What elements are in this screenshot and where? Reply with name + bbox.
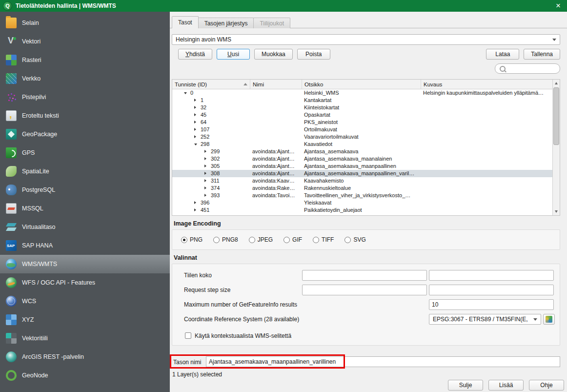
delete-button[interactable]: Poista — [297, 49, 330, 60]
feature-limit-input[interactable]: 10 — [429, 299, 554, 310]
vertical-scrollbar[interactable] — [552, 80, 560, 215]
radio-option-png[interactable]: PNG — [181, 236, 202, 243]
sidebar-item-eroteltu-teksti[interactable]: Eroteltu teksti — [0, 106, 170, 125]
expand-icon[interactable] — [194, 208, 196, 211]
step-height-input[interactable] — [429, 285, 554, 295]
layer-row-0[interactable]: 0Helsinki_WMSHelsingin kaupunkimittauspa… — [172, 89, 552, 97]
radio-option-svg[interactable]: SVG — [344, 236, 365, 243]
close-window-icon[interactable]: × — [549, 0, 567, 12]
layer-id-text: 107 — [201, 126, 209, 133]
column-header-otsikko[interactable]: Otsikko — [302, 80, 421, 89]
table-header: Tunniste (ID)NimiOtsikkoKuvaus — [172, 80, 560, 89]
crs-picker-button[interactable] — [543, 314, 555, 325]
radio-option-label: GIF — [292, 236, 302, 243]
collapse-icon[interactable] — [184, 92, 187, 94]
sidebar-item-sap-hana[interactable]: SAP HANA — [0, 236, 170, 255]
sidebar-item-vektoritiili[interactable]: Vektoritiili — [0, 329, 170, 348]
sidebar-item-gps[interactable]: GPS — [0, 144, 170, 162]
sidebar-item-geopackage[interactable]: GeoPackage — [0, 125, 170, 144]
help-button[interactable]: Ohje — [529, 380, 564, 391]
sidebar-item-postgresql[interactable]: PostgreSQL — [0, 181, 170, 199]
collapse-icon[interactable] — [194, 144, 197, 145]
layer-row-302[interactable]: 302avoindata:Ajant…Ajantasa_asemakaava_m… — [172, 155, 552, 163]
layer-row-45[interactable]: 45Opaskartat — [172, 111, 552, 119]
sidebar-item-wfs-ogc-api-features[interactable]: WFS / OGC API - Features — [0, 273, 170, 292]
layer-row-393[interactable]: 393avoindata:Tavoi…Tavoitteellinen_viher… — [172, 192, 552, 199]
tab-tasot[interactable]: Tasot — [172, 16, 199, 28]
tile-height-input[interactable] — [429, 270, 554, 281]
sidebar-item-mssql[interactable]: MSSQL — [0, 199, 170, 218]
layer-row-32[interactable]: 32Kiinteistokartat — [172, 104, 552, 111]
column-header-nimi[interactable]: Nimi — [250, 80, 302, 89]
layer-row-374[interactable]: 374avoindata:Rake…Rakennuskieltoalue — [172, 185, 552, 192]
column-header-kuvaus[interactable]: Kuvaus — [421, 80, 552, 89]
connect-button[interactable]: Yhdistä — [178, 49, 212, 60]
cell-id: 374 — [172, 185, 250, 192]
title-bar[interactable]: Tietolähteiden hallinta | WMS/WMTS × — [0, 0, 567, 12]
expand-icon[interactable] — [204, 179, 206, 182]
gpkg-icon — [6, 129, 17, 140]
sidebar-item-rasteri[interactable]: Rasteri — [0, 51, 170, 69]
sidebar-item-spatialite[interactable]: SpatiaLite — [0, 162, 170, 181]
load-button[interactable]: Lataa — [486, 49, 519, 60]
layer-row-305[interactable]: 305avoindata:Ajant…Ajantasa_asemakaava_m… — [172, 163, 552, 170]
layer-row-308[interactable]: 308avoindata:Ajant…Ajantasa_asemakaava_m… — [172, 170, 552, 177]
expand-icon[interactable] — [204, 194, 206, 197]
radio-option-png8[interactable]: PNG8 — [213, 236, 238, 243]
layer-row-311[interactable]: 311avoindata:Kaav…Kaavahakemisto — [172, 177, 552, 185]
expand-icon[interactable] — [194, 121, 196, 124]
expand-icon[interactable] — [204, 157, 206, 160]
radio-option-label: PNG8 — [222, 236, 238, 243]
layer-row-298[interactable]: 298Kaavatiedot — [172, 141, 552, 148]
sidebar-item-wcs[interactable]: WCS — [0, 292, 170, 310]
step-width-input[interactable] — [302, 285, 427, 295]
layer-row-562[interactable]: 562Paikkatietoydin_kiintopisteet — [172, 214, 552, 215]
close-dialog-button[interactable]: Sulje — [448, 380, 483, 391]
layer-row-252[interactable]: 252Vaaravariortoilmakuvat — [172, 133, 552, 141]
sidebar-item-pistepilvi[interactable]: Pistepilvi — [0, 88, 170, 106]
expand-icon[interactable] — [204, 172, 206, 175]
tab-tasojen-j-rjestys[interactable]: Tasojen järjestys — [198, 18, 254, 28]
column-header-tunniste-id[interactable]: Tunniste (ID) — [172, 80, 250, 89]
expand-icon[interactable] — [194, 135, 196, 138]
edit-button[interactable]: Muokkaa — [254, 49, 293, 60]
expand-icon[interactable] — [194, 201, 196, 204]
sidebar-item-geonode[interactable]: GeoNode — [0, 366, 170, 385]
sidebar-item-xyz[interactable]: XYZ — [0, 310, 170, 329]
scroll-down-icon[interactable] — [553, 208, 560, 215]
scrollbar-thumb[interactable] — [553, 87, 559, 145]
sidebar-item-selain[interactable]: Selain — [0, 14, 170, 32]
crs-select[interactable]: EPSG:3067 - ETRS89 / TM35FIN(E, — [429, 314, 541, 325]
add-button[interactable]: Lisää — [488, 380, 524, 391]
layer-row-396[interactable]: 396Yleiskaavat — [172, 199, 552, 206]
connection-select[interactable]: Helsingin avoin WMS — [172, 34, 560, 45]
sidebar-item-wms-wmts[interactable]: WMS/WMTS — [0, 255, 170, 273]
tile-width-input[interactable] — [302, 270, 427, 281]
expand-icon[interactable] — [194, 113, 196, 116]
layer-row-1[interactable]: 1Kantakartat — [172, 97, 552, 104]
radio-option-jpeg[interactable]: JPEG — [249, 236, 273, 243]
sidebar-item-verkko[interactable]: Verkko — [0, 69, 170, 88]
expand-icon[interactable] — [204, 165, 206, 167]
sidebar-item-arcgis-rest-palvelin[interactable]: ArcGIS REST -palvelin — [0, 348, 170, 366]
layer-row-451[interactable]: 451Paikkatietoydin_aluejaot — [172, 206, 552, 214]
new-button[interactable]: Uusi — [217, 49, 250, 60]
context-wms-checkbox[interactable] — [185, 332, 191, 339]
expand-icon[interactable] — [194, 99, 196, 102]
layer-row-299[interactable]: 299avoindata:Ajant…Ajantasa_asemakaava — [172, 148, 552, 155]
expand-icon[interactable] — [204, 150, 206, 153]
save-button[interactable]: Tallenna — [524, 49, 560, 60]
expand-icon[interactable] — [194, 106, 196, 109]
search-input[interactable] — [495, 63, 560, 74]
expand-icon[interactable] — [194, 128, 196, 131]
sidebar-item-virtuaalitaso[interactable]: Virtuaalitaso — [0, 218, 170, 236]
sidebar-item-label: Selain — [22, 20, 39, 26]
layer-row-64[interactable]: 64PKS_aineistot — [172, 119, 552, 126]
scroll-up-icon[interactable] — [553, 80, 560, 87]
layer-row-107[interactable]: 107Ortoilmakuvat — [172, 126, 552, 133]
layer-name-input[interactable]: Ajantasa_asemakaava_maanpaallinen_varill… — [206, 356, 560, 367]
expand-icon[interactable] — [204, 186, 206, 189]
radio-option-tiff[interactable]: TIFF — [313, 236, 334, 243]
sidebar-item-vektori[interactable]: Vektori — [0, 32, 170, 51]
radio-option-gif[interactable]: GIF — [284, 236, 302, 243]
